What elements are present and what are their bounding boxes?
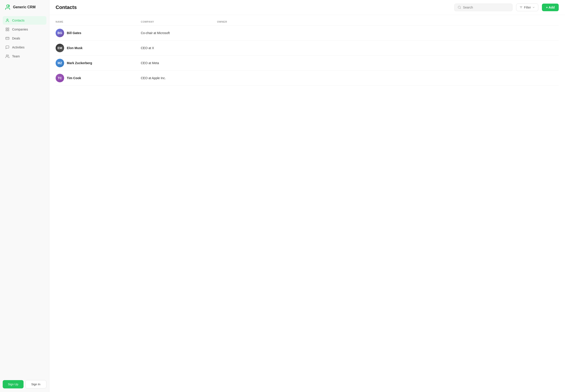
contact-name: Mark Zuckerberg xyxy=(67,61,92,65)
table-row[interactable]: EM Elon Musk CEO at X xyxy=(55,41,559,56)
contact-owner xyxy=(217,56,559,71)
chevron-down-icon xyxy=(532,6,535,9)
page-title: Contacts xyxy=(55,4,77,10)
sidebar-item-companies[interactable]: Companies xyxy=(3,25,46,34)
name-cell: TC Tim Cook xyxy=(55,74,138,82)
svg-point-8 xyxy=(6,55,8,56)
column-header-owner: Owner xyxy=(217,19,559,26)
table-header-row: Name Company Owner xyxy=(55,19,559,26)
contact-company: Co-chair at Microsoft xyxy=(141,26,217,41)
avatar: EM xyxy=(55,44,64,52)
sidebar-item-deals[interactable]: Deals xyxy=(3,34,46,42)
contact-owner xyxy=(217,71,559,86)
logo-icon xyxy=(4,4,11,10)
avatar-initials: MZ xyxy=(58,61,62,65)
table-row[interactable]: BG Bill Gates Co-chair at Microsoft xyxy=(55,26,559,41)
companies-icon xyxy=(5,27,9,31)
contact-company: CEO at Meta xyxy=(141,56,217,71)
sidebar-item-label: Activities xyxy=(12,45,25,49)
sidebar-item-activities[interactable]: Activities xyxy=(3,43,46,52)
svg-rect-2 xyxy=(6,28,7,29)
contacts-table: Name Company Owner BG Bill Gates Co-chai… xyxy=(55,19,559,86)
svg-point-0 xyxy=(6,5,9,7)
column-header-name: Name xyxy=(55,19,141,26)
filter-label: Filter xyxy=(524,6,531,9)
avatar-initials: TC xyxy=(58,76,62,80)
contact-owner xyxy=(217,41,559,56)
contacts-icon xyxy=(5,18,9,22)
contact-name: Bill Gates xyxy=(67,31,81,35)
sidebar-item-label: Contacts xyxy=(12,19,25,22)
filter-button[interactable]: Filter xyxy=(516,4,538,11)
avatar: MZ xyxy=(55,59,64,67)
search-box[interactable] xyxy=(454,4,512,11)
svg-rect-6 xyxy=(6,37,9,40)
svg-rect-3 xyxy=(8,28,9,29)
avatar: TC xyxy=(55,74,64,82)
svg-rect-5 xyxy=(8,30,9,31)
filter-icon xyxy=(520,6,523,9)
svg-rect-4 xyxy=(6,30,7,31)
contact-name: Tim Cook xyxy=(67,76,81,80)
sidebar-item-label: Companies xyxy=(12,28,28,31)
sidebar: Generic CRM Contacts Companies xyxy=(0,0,49,392)
signup-button[interactable]: Sign Up xyxy=(3,380,24,388)
table-row[interactable]: TC Tim Cook CEO at Apple Inc. xyxy=(55,71,559,86)
sidebar-nav: Contacts Companies Deals Activit xyxy=(0,14,49,377)
team-icon xyxy=(5,54,9,58)
column-header-company: Company xyxy=(141,19,217,26)
sidebar-item-label: Team xyxy=(12,55,20,58)
contact-name: Elon Musk xyxy=(67,46,83,50)
name-cell: MZ Mark Zuckerberg xyxy=(55,59,138,67)
signin-button[interactable]: Sign In xyxy=(25,380,47,388)
table-row[interactable]: MZ Mark Zuckerberg CEO at Meta xyxy=(55,56,559,71)
app-logo: Generic CRM xyxy=(0,0,49,14)
name-cell: EM Elon Musk xyxy=(55,44,138,52)
svg-line-10 xyxy=(460,8,461,9)
app-name: Generic CRM xyxy=(13,5,35,9)
avatar-initials: EM xyxy=(58,46,62,50)
contact-company: CEO at X xyxy=(141,41,217,56)
contact-company: CEO at Apple Inc. xyxy=(141,71,217,86)
avatar: BG xyxy=(55,29,64,37)
deals-icon xyxy=(5,36,9,40)
contact-owner xyxy=(217,26,559,41)
activities-icon xyxy=(5,45,9,49)
sidebar-item-team[interactable]: Team xyxy=(3,52,46,61)
search-icon xyxy=(458,6,461,9)
add-button[interactable]: + Add xyxy=(542,4,559,11)
main-header: Contacts Filter + Add xyxy=(49,0,565,15)
name-cell: BG Bill Gates xyxy=(55,29,138,37)
contacts-table-container: Name Company Owner BG Bill Gates Co-chai… xyxy=(49,15,565,392)
search-input[interactable] xyxy=(463,6,509,9)
svg-point-1 xyxy=(7,19,8,20)
sidebar-item-contacts[interactable]: Contacts xyxy=(3,16,46,25)
sidebar-footer: Sign Up Sign In xyxy=(0,377,49,392)
sidebar-item-label: Deals xyxy=(12,37,20,40)
avatar-initials: BG xyxy=(58,31,62,35)
main-content: Contacts Filter + Add Na xyxy=(49,0,565,392)
